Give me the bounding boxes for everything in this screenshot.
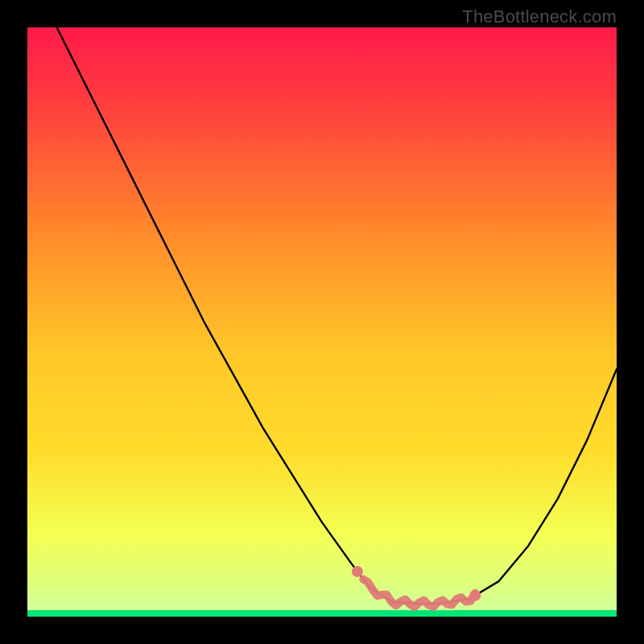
plot-area [27,27,617,617]
watermark-text: TheBottleneck.com [462,6,617,27]
highlight-dot-left [352,566,363,577]
gradient-bg [27,27,617,617]
chart-frame: TheBottleneck.com [0,0,644,644]
green-baseline [27,610,617,617]
bottleneck-chart [27,27,617,617]
highlight-dot-right [469,590,481,601]
